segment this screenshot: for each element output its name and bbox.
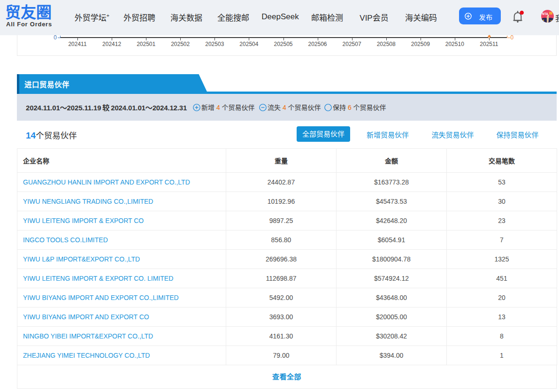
svg-text:NTA: NTA [542, 12, 548, 15]
